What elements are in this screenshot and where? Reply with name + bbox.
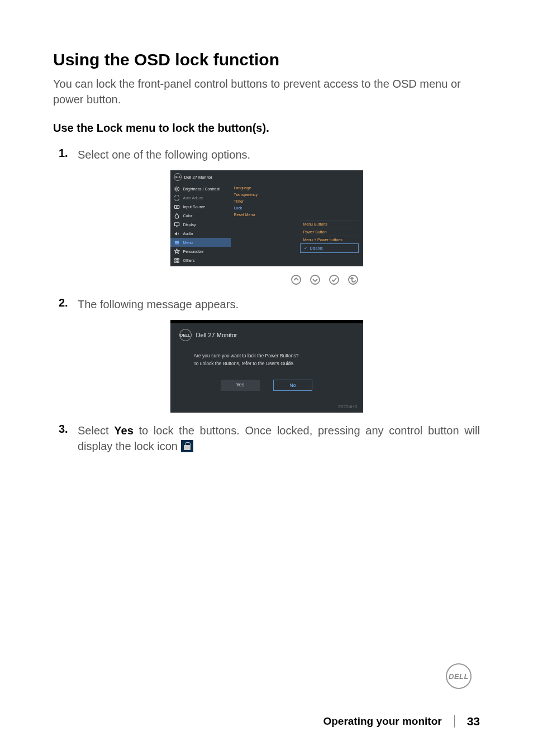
- step-text: Select Yes to lock the buttons. Once loc…: [78, 423, 480, 454]
- confirm-message: Are you sure you want to lock the Power …: [170, 352, 363, 367]
- osd-title: Dell 27 Monitor: [196, 332, 237, 338]
- lock-option-menu-buttons[interactable]: Menu Buttons: [300, 220, 359, 228]
- svg-line-7: [175, 190, 175, 191]
- step-text-rest: to lock the buttons. Once locked, pressi…: [78, 424, 480, 452]
- sidebar-item-brightness[interactable]: Brightness / Contrast: [170, 184, 231, 193]
- step-text: The following message appears.: [78, 296, 480, 312]
- submenu-lock[interactable]: Lock: [231, 204, 292, 211]
- osd-submenu: Language Transparency Timer Lock Reset M…: [231, 183, 292, 266]
- svg-rect-21: [177, 261, 179, 262]
- svg-rect-10: [174, 222, 179, 226]
- dell-logo-watermark: DELL: [446, 663, 472, 689]
- confirm-line-1: Are you sure you want to lock the Power …: [194, 352, 363, 360]
- svg-line-5: [175, 187, 175, 188]
- step-text-bold: Yes: [114, 424, 133, 437]
- step-3: 3. Select Yes to lock the buttons. Once …: [53, 423, 480, 454]
- nav-up-icon[interactable]: [291, 274, 302, 285]
- sidebar-label: Input Source: [183, 205, 206, 209]
- yes-button[interactable]: Yes: [221, 380, 260, 391]
- input-source-icon: [174, 204, 180, 210]
- sidebar-label: Color: [183, 214, 193, 218]
- confirm-line-2: To unlock the Buttons, refer to the User…: [194, 360, 363, 368]
- personalize-icon: [174, 248, 180, 255]
- step-number: 3.: [59, 423, 78, 436]
- sidebar-item-color[interactable]: Color: [170, 211, 231, 220]
- brightness-icon: [174, 186, 180, 192]
- svg-rect-20: [174, 261, 176, 262]
- sidebar-label: Personalize: [183, 250, 204, 253]
- nav-down-icon[interactable]: [310, 274, 321, 285]
- sidebar-label: Brightness / Contrast: [183, 187, 220, 191]
- svg-line-6: [178, 190, 179, 191]
- lock-option-menu-power[interactable]: Menu + Power buttons: [300, 236, 359, 243]
- step-text-prefix: Select: [78, 424, 114, 437]
- display-icon: [174, 222, 180, 228]
- auto-adjust-icon: [174, 195, 180, 201]
- footer-divider: [454, 715, 455, 728]
- svg-point-23: [311, 275, 320, 284]
- page-heading: Using the OSD lock function: [53, 50, 480, 69]
- submenu-timer[interactable]: Timer: [231, 198, 292, 204]
- osd-nav-buttons: [170, 266, 363, 291]
- svg-marker-13: [174, 232, 177, 235]
- model-label: E2724HS: [338, 404, 357, 409]
- lock-icon: [181, 440, 193, 452]
- sidebar-label: Audio: [183, 232, 193, 236]
- svg-point-24: [330, 275, 339, 284]
- submenu-transparency[interactable]: Transparency: [231, 191, 292, 198]
- footer-section-title: Operating your monitor: [323, 715, 441, 728]
- sidebar-item-display[interactable]: Display: [170, 220, 231, 229]
- sub-heading: Use the Lock menu to lock the button(s).: [53, 122, 480, 135]
- step-2: 2. The following message appears.: [53, 296, 480, 312]
- svg-point-22: [292, 275, 301, 284]
- sidebar-item-auto-adjust[interactable]: Auto Adjust: [170, 193, 231, 202]
- sidebar-item-audio[interactable]: Audio: [170, 229, 231, 238]
- lock-option-power-button[interactable]: Power Button: [300, 228, 359, 236]
- lock-option-label: Disable: [310, 246, 323, 250]
- sidebar-label: Others: [183, 259, 195, 262]
- lock-option-disable[interactable]: ✓ Disable: [300, 243, 359, 253]
- svg-point-25: [349, 275, 358, 284]
- lock-options-dropdown: Menu Buttons Power Button Menu + Power b…: [300, 220, 359, 253]
- osd-title: Dell 27 Monitor: [184, 175, 212, 180]
- sidebar-item-menu[interactable]: Menu: [170, 238, 231, 247]
- svg-rect-18: [174, 258, 176, 260]
- osd-screenshot-2: DELL Dell 27 Monitor Are you sure you wa…: [170, 320, 363, 413]
- others-icon: [174, 257, 180, 264]
- sidebar-item-personalize[interactable]: Personalize: [170, 247, 231, 256]
- submenu-language[interactable]: Language: [231, 184, 292, 191]
- sidebar-item-input-source[interactable]: Input Source: [170, 202, 231, 211]
- sidebar-item-others[interactable]: Others: [170, 256, 231, 265]
- check-icon: ✓: [304, 246, 308, 251]
- step-number: 2.: [59, 296, 78, 309]
- osd-sidebar: Brightness / Contrast Auto Adjust Input …: [170, 183, 231, 266]
- step-1: 1. Select one of the following options.: [53, 147, 480, 162]
- submenu-reset[interactable]: Reset Menu: [231, 211, 292, 218]
- nav-back-icon[interactable]: [348, 274, 359, 285]
- svg-line-8: [178, 187, 179, 188]
- dell-logo-small: DELL: [179, 329, 192, 341]
- footer-page-number: 33: [467, 715, 480, 728]
- sidebar-label: Menu: [183, 241, 193, 245]
- step-number: 1.: [59, 147, 78, 160]
- nav-ok-icon[interactable]: [329, 274, 340, 285]
- color-icon: [174, 213, 180, 219]
- step-text: Select one of the following options.: [78, 147, 480, 162]
- svg-marker-17: [174, 248, 179, 253]
- audio-icon: [174, 231, 180, 237]
- intro-text: You can lock the front-panel control but…: [53, 76, 480, 107]
- dell-logo-small: DELL: [174, 173, 182, 181]
- no-button[interactable]: No: [273, 380, 312, 391]
- svg-point-0: [175, 188, 178, 190]
- sidebar-label: Display: [183, 223, 196, 227]
- page-footer: Operating your monitor 33: [0, 715, 533, 728]
- svg-rect-19: [177, 258, 179, 260]
- sidebar-label: Auto Adjust: [183, 196, 203, 200]
- menu-icon: [174, 240, 180, 246]
- osd-screenshot-1: DELL Dell 27 Monitor Brightness / Contra…: [170, 170, 363, 291]
